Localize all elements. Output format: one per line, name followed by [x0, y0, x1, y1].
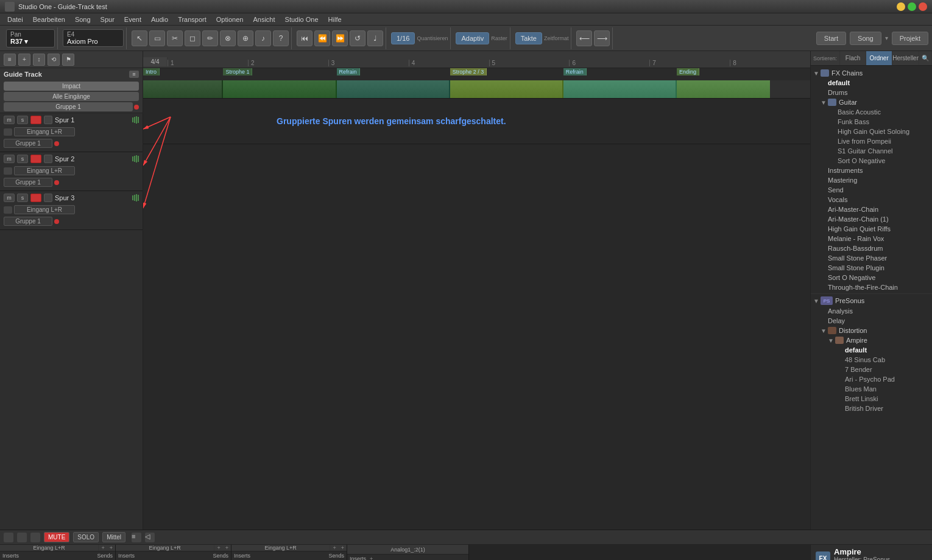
fx-sort-o-negative-guitar[interactable]: Sort O Negative [811, 156, 932, 166]
search-icon[interactable]: 🔍 [919, 51, 932, 65]
tab-hersteller[interactable]: Hersteller [892, 51, 919, 65]
fx-drums-item[interactable]: Drums [811, 88, 932, 97]
loop-fwd-button[interactable]: ⟶ [594, 30, 610, 46]
fx-basic-acoustic[interactable]: Basic Acoustic [811, 107, 932, 117]
menu-transport[interactable]: Transport [173, 15, 211, 24]
menu-song[interactable]: Song [70, 15, 96, 24]
ampire-7-bender[interactable]: 7 Bender [811, 365, 932, 374]
menu-event[interactable]: Event [119, 15, 146, 24]
ch4-inserts-add[interactable]: + [367, 556, 375, 560]
ampire-default[interactable]: default [811, 345, 932, 355]
select-tool[interactable]: ↖ [132, 30, 147, 46]
fast-forward-button[interactable]: ⏩ [332, 30, 348, 46]
menu-datei[interactable]: Datei [2, 15, 28, 24]
listen-tool[interactable]: ♪ [255, 30, 271, 46]
track-2-mute[interactable]: m [4, 155, 15, 163]
fx-melanie-rain-vox[interactable]: Melanie - Rain Vox [811, 234, 932, 243]
mittel-button[interactable]: Mittel [102, 532, 125, 542]
fx-s1-guitar-channel[interactable]: S1 Guitar Channel [811, 146, 932, 156]
presonus-analysis[interactable]: Analysis [811, 306, 932, 316]
track-1-phase[interactable] [4, 128, 12, 136]
track-3-monitor[interactable] [44, 194, 52, 202]
fx-send[interactable]: Send [811, 185, 932, 195]
track-3-mute[interactable]: m [4, 194, 15, 202]
fx-guitar-header[interactable]: ▼ Guitar [811, 97, 932, 107]
guide-gruppe-button[interactable]: Gruppe 1 [4, 102, 133, 111]
track-1-solo[interactable]: s [17, 116, 28, 124]
track-2-input[interactable]: Eingang L+R [14, 166, 75, 175]
ch1-sends-btn[interactable]: + [107, 545, 115, 551]
maximize-button[interactable] [908, 2, 916, 11]
track-toolbar-history[interactable]: ⟲ [48, 54, 60, 66]
track-3-input[interactable]: Eingang L+R [14, 205, 75, 214]
fx-instruments[interactable]: Instruments [811, 166, 932, 175]
ch3-inserts-btn[interactable]: + [330, 545, 338, 551]
track-3-solo[interactable]: s [17, 194, 28, 202]
ch2-inserts-btn[interactable]: + [214, 545, 222, 551]
fx-through-fire-chain[interactable]: Through-the-Fire-Chain [811, 282, 932, 292]
pan-value[interactable]: R37 ▾ [10, 38, 51, 46]
fx-ari-master-chain[interactable]: Ari-Master-Chain [811, 205, 932, 214]
mixer-expand-icon[interactable] [17, 533, 27, 542]
solo-button[interactable]: SOLO [73, 532, 99, 542]
track-toolbar-add[interactable]: + [18, 54, 30, 66]
impact-button[interactable]: Impact [4, 82, 139, 91]
ampire-48-sinus-cab[interactable]: 48 Sinus Cab [811, 355, 932, 365]
menu-spur[interactable]: Spur [96, 15, 119, 24]
quantize-value[interactable]: 1/16 [391, 32, 415, 44]
ch3-sends-btn[interactable]: + [339, 545, 347, 551]
ampire-blues-man[interactable]: Blues Man [811, 384, 932, 394]
track-1-rec[interactable] [30, 116, 41, 124]
fx-high-gain-quiet-riffs[interactable]: High Gain Quiet Riffs [811, 224, 932, 234]
track-2-monitor[interactable] [44, 155, 52, 163]
track-3-phase[interactable] [4, 206, 12, 214]
track-2-solo[interactable]: s [17, 155, 28, 163]
zoom-tool[interactable]: ⊕ [238, 30, 253, 46]
distortion-header[interactable]: ▼ Distortion [811, 326, 932, 335]
fx-chains-header[interactable]: ▼ FX Chains [811, 68, 932, 78]
start-tab[interactable]: Start [816, 32, 846, 45]
mixer-arrow-icon[interactable]: ◁ [145, 533, 155, 542]
ampire-british-driver[interactable]: British Driver [811, 404, 932, 413]
projekt-tab[interactable]: Projekt [892, 32, 928, 45]
fx-high-gain-quiet-soloing[interactable]: High Gain Quiet Soloing [811, 127, 932, 136]
help-tool[interactable]: ? [273, 30, 289, 46]
presonus-header[interactable]: ▼ PS PreSonus [811, 295, 932, 306]
song-tab[interactable]: Song [850, 32, 881, 45]
mute-button[interactable]: MUTE [44, 532, 69, 542]
close-button[interactable] [919, 2, 927, 11]
tab-flach[interactable]: Flach [840, 51, 866, 65]
menu-ansicht[interactable]: Ansicht [248, 15, 280, 24]
track-1-group[interactable]: Gruppe 1 [4, 139, 52, 148]
presonus-delay[interactable]: Delay [811, 316, 932, 326]
fx-rausch-bassdrum[interactable]: Rausch-Bassdrum [811, 243, 932, 253]
track-3-rec[interactable] [30, 194, 41, 202]
range-tool[interactable]: ▭ [149, 30, 165, 46]
track-toolbar-menu[interactable]: ≡ [4, 54, 16, 66]
mixer-icon-1[interactable]: ≡ [132, 533, 141, 542]
mute-tool[interactable]: ⊗ [220, 30, 236, 46]
menu-audio[interactable]: Audio [146, 15, 173, 24]
track-toolbar-flag[interactable]: ⚑ [62, 54, 74, 66]
track-1-input[interactable]: Eingang L+R [14, 127, 75, 136]
ch2-sends-btn[interactable]: + [223, 545, 231, 551]
fx-small-stone-phaser[interactable]: Small Stone Phaser [811, 253, 932, 263]
menu-bearbeiten[interactable]: Bearbeiten [28, 15, 70, 24]
erase-tool[interactable]: ◻ [185, 30, 200, 46]
track-1-mute[interactable]: m [4, 116, 15, 124]
fx-funk-bass[interactable]: Funk Bass [811, 117, 932, 127]
fx-live-from-pompeii[interactable]: Live from Pompeii [811, 136, 932, 146]
mixer-settings-icon[interactable] [30, 533, 40, 542]
fx-ari-master-chain2[interactable]: Ari-Master-Chain (1) [811, 214, 932, 224]
ampire-ari-psycho-pad[interactable]: Ari - Psycho Pad [811, 374, 932, 384]
track-2-phase[interactable] [4, 167, 12, 175]
draw-tool[interactable]: ✏ [202, 30, 218, 46]
go-start-button[interactable]: ⏮ [297, 30, 312, 46]
menu-optionen[interactable]: Optionen [211, 15, 249, 24]
fx-small-stone-plugin[interactable]: Small Stone Plugin [811, 263, 932, 273]
rewind-button[interactable]: ⏪ [314, 30, 330, 46]
metronome-button[interactable]: ♩ [367, 30, 383, 46]
loop-back-button[interactable]: ⟵ [576, 30, 592, 46]
ampire-header[interactable]: ▼ Ampire [811, 335, 932, 345]
tab-ordner[interactable]: Ordner [866, 51, 892, 65]
